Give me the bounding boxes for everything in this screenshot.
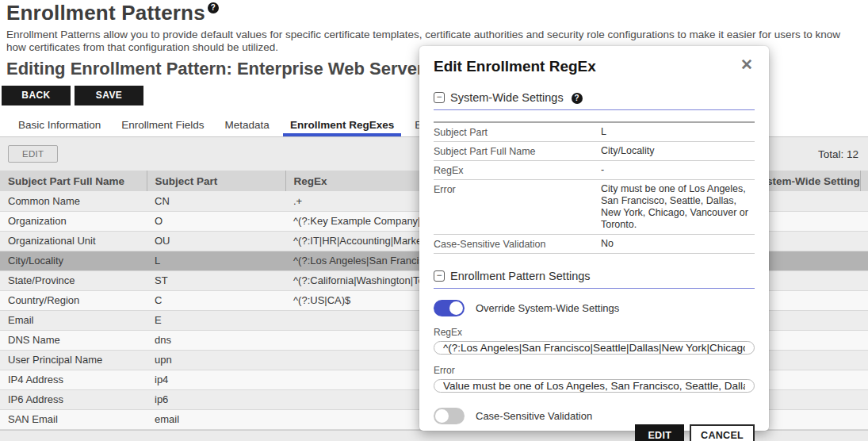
case-sensitive-toggle-label: Case-Sensitive Validation	[476, 410, 592, 422]
system-wide-settings-title: System-Wide Settings	[450, 91, 564, 104]
error-field-label: Error	[434, 365, 755, 376]
help-icon[interactable]: ?	[572, 93, 583, 104]
help-icon[interactable]: ?	[208, 2, 219, 13]
error-input[interactable]	[434, 379, 755, 393]
page-header: Enrollment Patterns?	[0, 0, 868, 25]
collapse-icon[interactable]: −	[434, 270, 445, 282]
tab-basic-information[interactable]: Basic Information	[8, 116, 111, 136]
section-divider	[434, 288, 755, 289]
info-row: Case-Sensitive Validation No	[434, 235, 755, 254]
dialog-title: Edit Enrollment RegEx	[434, 56, 596, 75]
page-title: Enrollment Patterns	[6, 1, 205, 25]
tab-enrollment-fields[interactable]: Enrollment Fields	[111, 116, 214, 136]
info-row: Subject Part Full Name City/Locality	[434, 142, 755, 161]
toggle-knob	[435, 409, 449, 423]
close-icon[interactable]: ✕	[739, 56, 755, 74]
enrollment-pattern-settings-title: Enrollment Pattern Settings	[450, 270, 591, 282]
col-subject-part-full-name: Subject Part Full Name	[0, 171, 147, 191]
system-settings-table: Subject Part L Subject Part Full Name Ci…	[434, 121, 755, 254]
toggle-knob	[449, 301, 463, 315]
save-button[interactable]: SAVE	[75, 86, 143, 105]
collapse-icon[interactable]: −	[434, 92, 445, 103]
info-row: RegEx -	[434, 161, 755, 180]
col-subject-part: Subject Part	[147, 171, 285, 191]
info-row: Subject Part L	[434, 123, 755, 142]
total-count: Total: 12	[818, 148, 858, 160]
cancel-button[interactable]: CANCEL	[690, 424, 755, 441]
info-row: Error City must be one of Los Angeles, S…	[434, 180, 755, 235]
enrollment-pattern-settings-header: − Enrollment Pattern Settings	[434, 270, 755, 282]
tab-enrollment-regexes[interactable]: Enrollment RegExes	[280, 116, 404, 136]
back-button[interactable]: BACK	[2, 86, 71, 105]
edit-button[interactable]: EDIT	[635, 424, 684, 441]
regex-field-label: RegEx	[434, 327, 755, 338]
system-wide-settings-header: − System-Wide Settings ?	[434, 91, 755, 104]
section-divider	[434, 109, 755, 110]
edit-enrollment-regex-dialog: Edit Enrollment RegEx ✕ − System-Wide Se…	[419, 46, 769, 431]
table-header-spacer	[860, 171, 868, 191]
override-system-wide-toggle[interactable]	[434, 300, 465, 316]
edit-row-button[interactable]: EDIT	[8, 145, 58, 163]
regex-input[interactable]	[434, 341, 755, 355]
tab-metadata[interactable]: Metadata	[215, 116, 280, 136]
override-toggle-label: Override System-Wide Settings	[476, 302, 619, 314]
case-sensitive-toggle[interactable]	[434, 408, 465, 424]
